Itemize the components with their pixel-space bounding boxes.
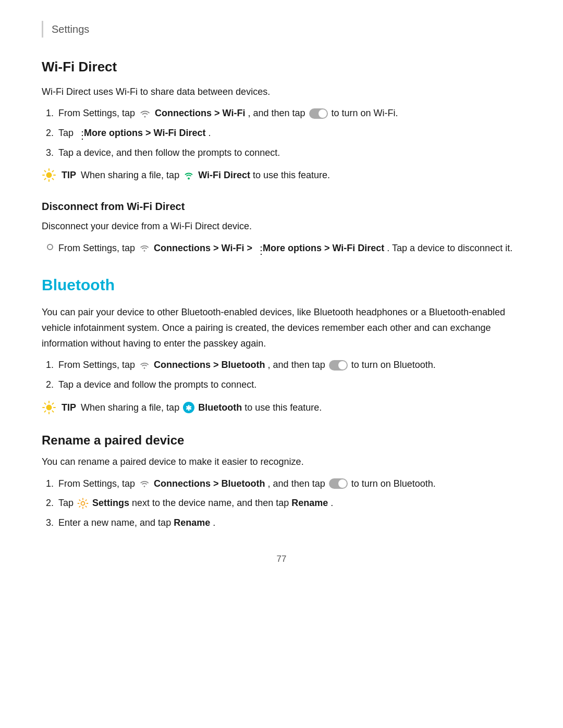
disconnect-description: Disconnect your device from a Wi-Fi Dire… <box>42 219 521 235</box>
bluetooth-blue-icon: ✱ <box>183 402 194 413</box>
svg-point-10 <box>46 405 52 410</box>
more-options-icon <box>77 128 80 138</box>
disconnect-step-1: From Settings, tap Connections > Wi-Fi >… <box>47 241 521 256</box>
svg-line-18 <box>45 411 46 412</box>
bluetooth-steps: From Settings, tap Connections > Bluetoo… <box>56 357 521 392</box>
svg-line-7 <box>52 171 53 172</box>
tip-sun-icon-1 <box>42 168 56 182</box>
tip-sun-icon-2 <box>42 400 56 415</box>
svg-point-0 <box>46 172 52 178</box>
svg-line-5 <box>45 171 46 172</box>
svg-line-15 <box>45 403 46 404</box>
wifi-direct-step-1: From Settings, tap Connections > Wi-Fi ,… <box>56 106 521 121</box>
wifi-icon-3 <box>139 361 150 370</box>
page-number: 77 <box>42 552 521 566</box>
rename-steps: From Settings, tap Connections > Bluetoo… <box>56 476 521 531</box>
rename-step-2: Tap Settings next to the device name, an… <box>56 496 521 511</box>
wifi-direct-description: Wi-Fi Direct uses Wi-Fi to share data be… <box>42 84 521 100</box>
svg-line-6 <box>52 179 53 180</box>
wifi-direct-step-3: Tap a device, and then follow the prompt… <box>56 145 521 161</box>
rename-step-1: From Settings, tap Connections > Bluetoo… <box>56 476 521 492</box>
svg-point-9 <box>188 177 190 179</box>
wifi-icon-4 <box>139 479 150 488</box>
wifi-icon <box>139 108 151 119</box>
svg-line-17 <box>52 403 53 404</box>
wifi-direct-step-2: Tap More options > Wi-Fi Direct . <box>56 126 521 141</box>
circle-bullet <box>47 244 53 250</box>
toggle-icon-1 <box>309 108 328 119</box>
bluetooth-description: You can pair your device to other Blueto… <box>42 305 521 351</box>
bluetooth-tip: TIP When sharing a file, tap ✱ Bluetooth… <box>42 400 521 416</box>
wifi-direct-tip: TIP When sharing a file, tap Wi-Fi Direc… <box>42 168 521 183</box>
bluetooth-step-2: Tap a device and follow the prompts to c… <box>56 377 521 393</box>
header-label: Settings <box>52 23 89 35</box>
wifi-direct-green-icon <box>183 171 194 180</box>
toggle-icon-2 <box>329 360 348 371</box>
bluetooth-title: Bluetooth <box>42 273 521 298</box>
wifi-icon-2 <box>139 243 150 253</box>
rename-step-3: Enter a new name, and tap Rename . <box>56 515 521 531</box>
wifi-direct-title: Wi-Fi Direct <box>42 56 521 78</box>
svg-point-19 <box>81 501 85 505</box>
disconnect-subtitle: Disconnect from Wi-Fi Direct <box>42 198 521 215</box>
page-header: Settings <box>42 21 521 38</box>
svg-line-16 <box>52 411 53 412</box>
more-options-icon-2 <box>256 243 259 253</box>
wifi-direct-steps: From Settings, tap Connections > Wi-Fi ,… <box>56 106 521 161</box>
disconnect-steps: From Settings, tap Connections > Wi-Fi >… <box>47 241 521 256</box>
toggle-icon-3 <box>329 478 348 489</box>
rename-description: You can rename a paired device to make i… <box>42 454 521 470</box>
svg-line-8 <box>45 179 46 180</box>
rename-subtitle: Rename a paired device <box>42 430 521 450</box>
gear-icon <box>77 498 89 509</box>
bluetooth-step-1: From Settings, tap Connections > Bluetoo… <box>56 357 521 373</box>
